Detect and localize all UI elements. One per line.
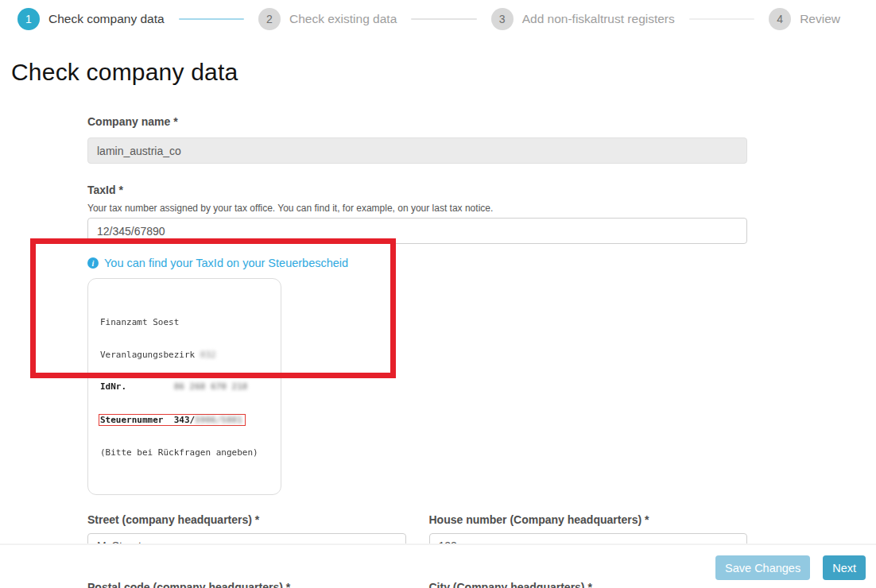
step-check-existing-data[interactable]: 2 Check existing data: [258, 8, 397, 30]
taxid-label: TaxId *: [87, 184, 747, 196]
redacted-blur: 032: [200, 350, 216, 360]
step-connector: [411, 18, 476, 20]
company-name-input[interactable]: [87, 137, 747, 164]
steuerbescheid-sample-image: Finanzamt Soest Veranlagungsbezirk 032 I…: [87, 278, 281, 495]
step-connector: [179, 18, 244, 20]
step-number-badge: 4: [769, 8, 791, 30]
notice-line: (Bitte bei Rückfragen angeben): [100, 447, 269, 458]
notice-line-steuernummer: Steuernummer 343/5906/5881: [100, 414, 269, 427]
company-name-label: Company name *: [87, 115, 747, 128]
page-title: Check company data: [11, 59, 238, 86]
step-label: Check existing data: [289, 12, 397, 26]
step-check-company-data[interactable]: 1 Check company data: [17, 8, 165, 30]
step-label: Add non-fiskaltrust registers: [522, 12, 675, 26]
step-number-badge: 1: [17, 8, 40, 30]
save-changes-button[interactable]: Save Changes: [715, 555, 810, 580]
company-data-form: Company name * TaxId * Your tax number a…: [87, 111, 747, 588]
step-connector: [689, 18, 754, 20]
city-label: City (Company headquarters) *: [429, 581, 748, 588]
taxid-hint: i You can find your TaxId on your Steuer…: [87, 257, 747, 269]
info-icon: i: [87, 257, 99, 269]
street-label: Street (company headquarters) *: [87, 513, 406, 526]
footer-bar: Save Changes Next: [0, 544, 876, 580]
redacted-blur: 5906/5881: [195, 415, 242, 425]
wizard-stepper: 1 Check company data 2 Check existing da…: [17, 8, 840, 30]
house-number-label: House number (Company headquarters) *: [429, 513, 748, 526]
step-label: Check company data: [48, 12, 165, 26]
step-number-badge: 3: [491, 8, 514, 30]
step-label: Review: [800, 12, 840, 26]
step-review[interactable]: 4 Review: [769, 8, 840, 30]
step-number-badge: 2: [258, 8, 281, 30]
notice-line: Veranlagungsbezirk 032: [100, 350, 269, 361]
postal-code-label: Postal code (company headquarters) *: [87, 581, 406, 588]
next-button[interactable]: Next: [823, 555, 866, 580]
step-add-registers[interactable]: 3 Add non-fiskaltrust registers: [491, 8, 675, 30]
taxid-hint-text: You can find your TaxId on your Steuerbe…: [104, 257, 348, 269]
taxid-help-text: Your tax number assigned by your tax off…: [87, 203, 747, 214]
notice-line: Finanzamt Soest: [100, 317, 269, 328]
taxid-input[interactable]: [87, 218, 747, 244]
notice-line: IdNr. 86 268 670 218: [100, 381, 269, 393]
red-highlight-frame: Steuernummer 343/5906/5881: [99, 414, 246, 427]
redacted-blur: 86 268 670 218: [174, 381, 248, 392]
